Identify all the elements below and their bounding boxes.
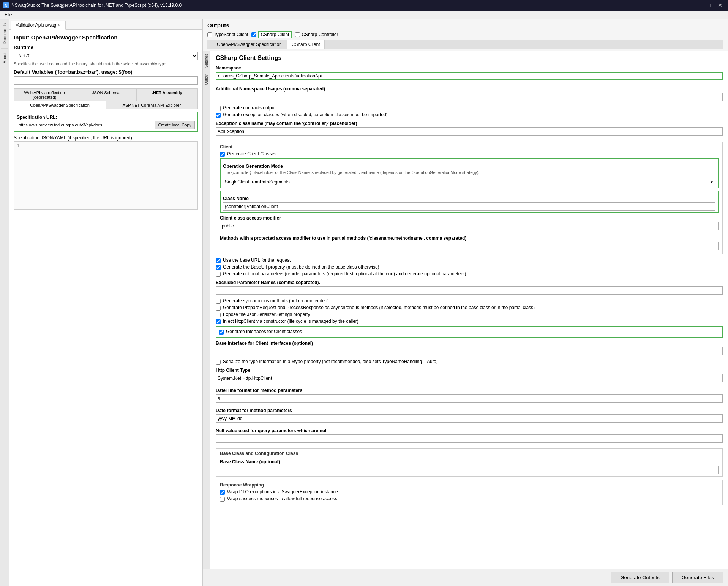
serialize-type-checkbox[interactable]	[216, 360, 221, 365]
controller-checkbox[interactable]	[295, 32, 300, 37]
use-base-url-row[interactable]: Use the base URL for the request	[216, 257, 723, 263]
line-number: 1	[14, 142, 23, 209]
tab-web-api[interactable]: Web API via reflection (deprecated)	[14, 89, 75, 101]
http-client-type-label: Http Client Type	[216, 368, 723, 373]
null-value-input[interactable]	[216, 434, 723, 443]
expose-json-checkbox[interactable]	[216, 313, 221, 317]
csharp-settings-tab[interactable]: CSharp Client	[287, 40, 325, 49]
outputs-title: Outputs	[207, 22, 723, 28]
generate-sync-checkbox[interactable]	[216, 299, 221, 304]
runtime-help: Specifies the used command line binary; …	[14, 62, 198, 66]
settings-sidebar-tab[interactable]: Settings	[203, 51, 210, 71]
generate-sync-row[interactable]: Generate synchronous methods (not recomm…	[216, 298, 723, 304]
default-variables-input[interactable]	[14, 76, 198, 85]
generate-prepare-checkbox[interactable]	[216, 306, 221, 311]
tab-openapi[interactable]: OpenAPI/Swagger Specification	[14, 101, 106, 109]
generate-optional-label: Generate optional parameters (reorder pa…	[223, 271, 466, 276]
settings-content: CSharp Client Settings Namespace Additio…	[210, 51, 728, 569]
generate-contracts-checkbox[interactable]	[216, 106, 221, 111]
typescript-checkbox[interactable]	[207, 32, 212, 37]
generate-optional-checkbox[interactable]	[216, 272, 221, 277]
base-class-section-title: Base Class and Configuration Class	[220, 451, 719, 456]
file-menu[interactable]: File	[2, 11, 15, 18]
runtime-select[interactable]: .Net70	[14, 52, 198, 60]
generate-exception-checkbox[interactable]	[216, 113, 221, 118]
tab-net-assembly[interactable]: .NET Assembly	[137, 89, 197, 101]
csharp-checkbox[interactable]	[251, 32, 256, 37]
datetime-format-label: DateTime format for method parameters	[216, 388, 723, 393]
wrap-dto-label: Wrap DTO exceptions in a SwaggerExceptio…	[227, 489, 338, 494]
generate-sync-label: Generate synchronous methods (not recomm…	[223, 298, 329, 303]
generate-client-classes-row[interactable]: Generate Client Classes	[220, 151, 719, 157]
access-modifier-input[interactable]	[220, 222, 719, 230]
wrap-success-row[interactable]: Wrap success responses to allow full res…	[220, 496, 719, 502]
exception-classname-input[interactable]	[216, 127, 723, 136]
generate-classes-checkbox[interactable]	[220, 152, 225, 157]
serialize-type-row[interactable]: Serialize the type information in a $typ…	[216, 359, 723, 365]
controller-label: CSharp Controller	[302, 32, 338, 37]
inject-http-row[interactable]: Inject HttpClient via constructor (life …	[216, 319, 723, 324]
date-format-input[interactable]	[216, 414, 723, 423]
settings-title: CSharp Client Settings	[216, 55, 723, 62]
namespace-input[interactable]	[216, 72, 723, 80]
wrap-dto-row[interactable]: Wrap DTO exceptions in a SwaggerExceptio…	[220, 489, 719, 495]
settings-tab-bar: OpenAPI/Swagger Specification CSharp Cli…	[207, 40, 723, 49]
controller-tab[interactable]: CSharp Controller	[295, 32, 338, 37]
close-button[interactable]: ✕	[715, 2, 725, 9]
excluded-params-input[interactable]	[216, 286, 723, 295]
right-panel: Outputs TypeScript Client CSharp Client …	[203, 19, 728, 586]
expose-json-label: Expose the JsonSerializerSettings proper…	[223, 312, 310, 317]
validation-api-tab[interactable]: ValidationApi.nswag ✕	[11, 21, 66, 30]
generate-interfaces-section: Generate interfaces for Client classes	[216, 326, 723, 338]
tab-json-schema[interactable]: JSON Schema	[75, 89, 136, 101]
datetime-format-input[interactable]	[216, 394, 723, 403]
operation-mode-section: Operation Generation Mode The {controlle…	[220, 158, 719, 188]
maximize-button[interactable]: □	[704, 2, 714, 9]
output-tabs: TypeScript Client CSharp Client CSharp C…	[207, 31, 723, 38]
generate-interfaces-row[interactable]: Generate interfaces for Client classes	[219, 329, 720, 335]
base-class-name-input[interactable]	[220, 466, 719, 474]
generate-prepare-row[interactable]: Generate PrepareRequest and ProcessRespo…	[216, 305, 723, 311]
additional-namespace-input[interactable]	[216, 93, 723, 101]
generate-base-url-label: Generate the BaseUrl property (must be d…	[223, 264, 379, 270]
generate-files-button[interactable]: Generate Files	[672, 572, 723, 583]
generate-base-url-checkbox[interactable]	[216, 265, 221, 270]
csharp-client-tab[interactable]: CSharp Client	[251, 31, 292, 38]
wrap-success-checkbox[interactable]	[220, 497, 225, 502]
sidebar-tab-documents[interactable]: Documents	[1, 19, 8, 48]
operation-mode-dropdown-icon: ▼	[710, 180, 714, 184]
create-local-copy-button[interactable]: Create local Copy	[155, 121, 195, 129]
inject-http-checkbox[interactable]	[216, 319, 221, 324]
access-modifier-label: Client class access modifier	[220, 215, 719, 221]
tab-close-icon[interactable]: ✕	[58, 23, 61, 27]
generate-exception-row[interactable]: Generate exception classes (when disable…	[216, 112, 723, 118]
protected-methods-input[interactable]	[220, 242, 719, 250]
default-variables-label: Default Variables ('foo=bar,baz=bar'), u…	[14, 69, 198, 75]
operation-mode-select-container[interactable]: SingleClientFromPathSegments ▼	[223, 178, 715, 186]
class-name-input[interactable]	[223, 202, 715, 211]
http-client-type-input[interactable]	[216, 374, 723, 382]
generate-base-url-row[interactable]: Generate the BaseUrl property (must be d…	[216, 264, 723, 270]
expose-json-row[interactable]: Expose the JsonSerializerSettings proper…	[216, 312, 723, 317]
generate-classes-label: Generate Client Classes	[227, 151, 276, 156]
typescript-client-tab[interactable]: TypeScript Client	[207, 32, 248, 37]
spec-url-input[interactable]	[17, 121, 153, 129]
generate-interfaces-label: Generate interfaces for Client classes	[226, 329, 302, 334]
tab-aspnet[interactable]: ASP.NET Core via API Explorer	[106, 101, 197, 109]
openapi-settings-tab[interactable]: OpenAPI/Swagger Specification	[212, 40, 287, 49]
generate-outputs-button[interactable]: Generate Outputs	[611, 572, 669, 583]
minimize-button[interactable]: —	[692, 2, 702, 9]
tab-label: ValidationApi.nswag	[16, 22, 56, 28]
client-section-title: Client	[220, 144, 719, 150]
sidebar-tab-about[interactable]: About	[1, 48, 8, 67]
generate-contracts-row[interactable]: Generate contracts output	[216, 105, 723, 111]
runtime-label: Runtime	[14, 44, 198, 50]
spec-json-textarea[interactable]	[23, 142, 197, 209]
generate-interfaces-checkbox[interactable]	[219, 330, 224, 335]
use-base-url-checkbox[interactable]	[216, 258, 221, 263]
generate-optional-row[interactable]: Generate optional parameters (reorder pa…	[216, 271, 723, 277]
base-interface-input[interactable]	[216, 347, 723, 355]
wrap-dto-checkbox[interactable]	[220, 490, 225, 495]
spec-json-label: Specification JSON/YAML (if specified, t…	[14, 135, 198, 141]
output-sidebar-tab[interactable]: Output	[203, 71, 210, 88]
